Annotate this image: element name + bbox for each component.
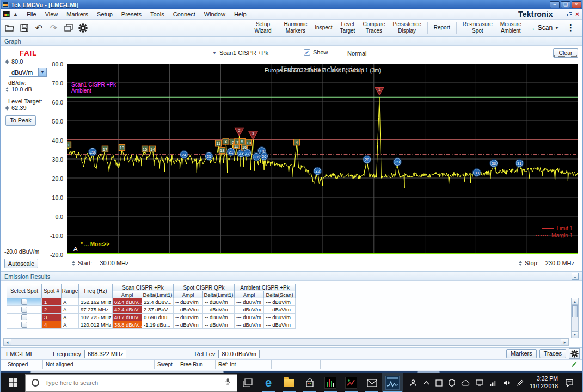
scroll-left-button[interactable]: ◂ — [4, 339, 11, 345]
table-vertical-scrollbar[interactable]: ▴ ▾ — [571, 298, 579, 338]
network-icon[interactable] — [489, 380, 497, 386]
marker-9[interactable]: 9 — [67, 142, 71, 148]
marker-14[interactable]: 14 — [150, 146, 156, 152]
scroll-down-button[interactable]: ▾ — [572, 331, 578, 338]
toolbar-setup-wizard-button[interactable]: SetupWizard — [250, 20, 275, 35]
select-spot-checkbox[interactable] — [21, 314, 27, 320]
unit-select[interactable]: dBuV/m ▼ — [9, 68, 47, 77]
microphone-icon[interactable] — [225, 378, 231, 388]
action-center-icon[interactable] — [564, 379, 578, 387]
marker-25[interactable]: 25 — [205, 152, 213, 160]
menu-presets[interactable]: Presets — [117, 10, 146, 19]
marker-8[interactable]: 8 — [223, 138, 229, 144]
scroll-up-button[interactable]: ▴ — [572, 298, 578, 305]
menu-connect[interactable]: Connect — [169, 10, 200, 19]
menu-tools[interactable]: Tools — [146, 10, 169, 19]
redo-icon[interactable]: ↷ — [47, 21, 60, 35]
toolbar-re-measure-spot-button[interactable]: Re-measureSpot — [459, 20, 496, 35]
toolbar-level-target-button[interactable]: LevelTarget — [336, 20, 359, 35]
traces-button[interactable]: Traces — [539, 349, 566, 358]
spectrum-plot[interactable]: 9201713151424251118821612722351622103271… — [67, 64, 578, 254]
settings-gear-icon[interactable] — [76, 21, 90, 35]
search-input[interactable] — [44, 379, 220, 387]
toolbar-compare-traces-button[interactable]: CompareTraces — [359, 20, 389, 35]
marker-17[interactable]: 17 — [102, 146, 108, 152]
taskbar-clock[interactable]: 3:32 PM 11/12/2018 — [530, 375, 558, 390]
menu-file[interactable]: File — [22, 10, 41, 19]
marker-3[interactable]: 3 — [249, 131, 257, 139]
markers-button[interactable]: Markers — [506, 349, 537, 358]
toolbar-harmonic-markers-button[interactable]: HarmonicMarkers — [280, 20, 311, 35]
table-horizontal-scrollbar[interactable]: ◂ ▸ — [3, 338, 569, 346]
scrollbar-thumb[interactable] — [572, 305, 578, 317]
start-freq-spinner-icon[interactable] — [71, 260, 76, 266]
marker-2[interactable]: 2 — [235, 128, 244, 136]
cloud-icon[interactable] — [461, 380, 470, 386]
more-options-icon[interactable]: ⋮ — [562, 23, 580, 33]
marker-32[interactable]: 32 — [314, 167, 322, 175]
doc-close-button[interactable]: × — [575, 10, 579, 18]
marker-4[interactable]: 4 — [294, 139, 300, 145]
autoscale-button[interactable]: Autoscale — [4, 259, 38, 268]
settings-gear-icon[interactable] — [569, 348, 580, 359]
stop-freq-value[interactable]: 230.0 MHz — [545, 260, 574, 266]
marker-18[interactable]: 18 — [219, 148, 225, 154]
edge-icon[interactable]: e — [258, 373, 279, 392]
toolbar-inspect-button[interactable]: Inspect — [311, 23, 336, 32]
select-spot-checkbox[interactable] — [21, 307, 27, 313]
level-target-spinner-icon[interactable] — [4, 105, 9, 111]
select-spot-checkbox[interactable] — [21, 299, 27, 305]
marker-30[interactable]: 30 — [490, 159, 498, 167]
marker-10[interactable]: 10 — [246, 139, 251, 145]
menu-markers[interactable]: Markers — [62, 10, 93, 19]
toolbar-measure-ambient-button[interactable]: MeasureAmbient — [496, 20, 525, 35]
close-button[interactable]: × — [572, 1, 581, 8]
marker-22[interactable]: 22 — [243, 149, 251, 157]
menu-help[interactable]: Help — [230, 10, 251, 19]
doc-minimize-button[interactable]: – — [561, 11, 564, 17]
marker-5[interactable]: 5 — [239, 138, 245, 144]
marker-1[interactable]: 1 — [375, 87, 384, 95]
marker-15[interactable]: 15 — [142, 146, 148, 152]
volume-icon[interactable] — [503, 379, 511, 386]
minimize-button[interactable]: – — [550, 1, 560, 8]
file-explorer-icon[interactable] — [279, 373, 299, 392]
scrollbar-thumb[interactable] — [417, 371, 440, 373]
show-checkbox[interactable]: ✓ — [304, 49, 310, 56]
tray-expand-icon[interactable] — [423, 381, 429, 385]
marker-33[interactable]: 33 — [473, 169, 481, 177]
save-icon[interactable] — [17, 21, 31, 35]
start-freq-value[interactable]: 30.00 MHz — [100, 260, 128, 266]
db-div-value[interactable]: 10.0 dB — [11, 86, 32, 93]
store-icon[interactable] — [299, 373, 320, 392]
open-folder-icon[interactable] — [3, 21, 16, 35]
defender-shield-icon[interactable] — [449, 379, 455, 387]
mail-icon[interactable] — [361, 373, 382, 392]
trace-selector[interactable]: ▼ Scan1 CISPR +Pk — [212, 50, 268, 56]
toolbar-report-button[interactable]: Report — [430, 23, 454, 32]
marker-31[interactable]: 31 — [516, 159, 524, 167]
frequency-value[interactable]: 668.322 MHz — [84, 350, 126, 358]
user-icon[interactable] — [409, 379, 417, 387]
ref-level-spinner-icon[interactable] — [4, 59, 9, 65]
marker-26[interactable]: 26 — [260, 152, 268, 160]
toolbar-persistence-display-button[interactable]: PersistenceDisplay — [389, 20, 425, 35]
level-target-value[interactable]: 62.39 — [11, 105, 27, 111]
ref-level-field[interactable]: 80.0 dBuV/m — [218, 350, 260, 358]
tektronix-app-icon[interactable] — [382, 373, 403, 392]
taskbar-search-box[interactable] — [25, 374, 237, 392]
marker-24[interactable]: 24 — [180, 151, 188, 159]
start-button[interactable] — [1, 373, 25, 392]
db-div-spinner-icon[interactable] — [4, 87, 9, 93]
app-window-icon[interactable] — [435, 379, 443, 387]
marker-29[interactable]: 29 — [394, 158, 402, 166]
scan-button[interactable]: → Scan ▼ — [525, 23, 562, 33]
clear-button[interactable]: Clear — [553, 48, 578, 58]
doc-restore-button[interactable] — [567, 12, 572, 16]
pen-icon[interactable] — [517, 379, 524, 387]
chevron-down-icon[interactable]: ▼ — [38, 68, 46, 76]
undo-icon[interactable]: ↶ — [32, 21, 46, 35]
display-icon[interactable] — [476, 379, 483, 386]
chart-app-icon[interactable] — [341, 373, 361, 392]
scrollbar-thumb[interactable] — [30, 371, 224, 373]
